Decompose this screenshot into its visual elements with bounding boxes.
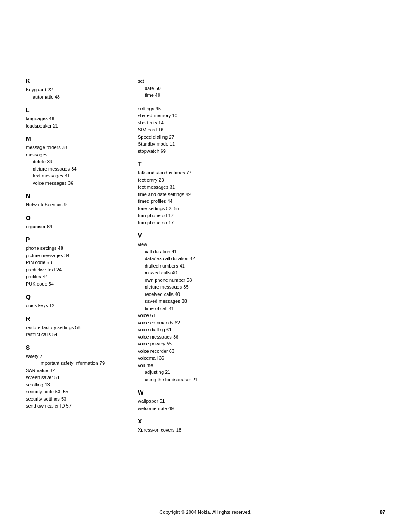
item-welcome-note: welcome note 49 [138,405,385,412]
item-text-messages-t: text messages 31 [138,184,385,191]
item-pin-code: PIN code 53 [26,259,121,266]
item-voicemail: voicemail 36 [138,355,385,362]
footer: Copyright © 2004 Nokia. All rights reser… [0,510,411,515]
item-timed-profiles: timed profiles 44 [138,198,385,205]
letter-v: V [138,232,385,239]
section-n: N Network Services 9 [26,193,121,208]
item-time-of-call: time of call 41 [138,305,385,312]
section-k: K Keyguard 22 automatic 48 [26,78,121,100]
section-t: T talk and standby times 77 text entry 2… [138,161,385,226]
item-voice-recorder: voice recorder 63 [138,348,385,355]
left-column: K Keyguard 22 automatic 48 L languages 4… [26,78,121,440]
section-s-continued: settings 45 shared memory 10 shortcuts 1… [138,105,385,155]
item-sim-card: SIM card 16 [138,126,385,134]
section-m: M message folders 38 messages delete 39 … [26,135,121,187]
item-shortcuts: shortcuts 14 [138,119,385,127]
item-organiser: organiser 64 [26,223,121,230]
item-xpress-on: Xpress-on covers 18 [138,426,385,434]
item-stopwatch: stopwatch 69 [138,148,385,155]
item-profiles: profiles 44 [26,273,121,280]
letter-q: Q [26,293,121,300]
item-standby-mode: Standby mode 11 [138,140,385,148]
item-puk-code: PUK code 54 [26,280,121,288]
copyright-text: Copyright © 2004 Nokia. All rights reser… [159,510,252,515]
letter-n: N [26,193,121,199]
page-number: 87 [380,510,385,515]
item-network-services: Network Services 9 [26,201,121,208]
item-screen-saver: screen saver 51 [26,374,121,381]
section-q: Q quick keys 12 [26,293,121,309]
section-w: W wallpaper 51 welcome note 49 [138,389,385,412]
item-shared-memory: shared memory 10 [138,112,385,119]
item-safety: safety 7 [26,353,121,360]
item-voice-commands: voice commands 62 [138,319,385,327]
section-o: O organiser 64 [26,215,121,230]
letter-m: M [26,135,121,142]
item-datafax-call-duration: data/fax call duration 42 [138,255,385,262]
letter-t: T [138,161,385,168]
item-turn-phone-off: turn phone off 17 [138,212,385,219]
letter-o: O [26,215,121,221]
item-phone-settings: phone settings 48 [26,245,121,252]
item-volume: volume [138,362,385,369]
item-voice: voice 61 [138,312,385,319]
page: K Keyguard 22 automatic 48 L languages 4… [0,0,411,532]
section-set: set date 50 time 49 [138,78,385,99]
item-messages: messages [26,151,121,159]
letter-k: K [26,78,121,84]
item-using-loudspeaker: using the loudspeaker 21 [138,376,385,383]
item-security-code: security code 53, 55 [26,388,121,395]
item-speed-dialling: Speed dialling 27 [138,134,385,141]
item-time: time 49 [138,92,385,99]
item-picture-messages-m: picture messages 34 [26,165,121,173]
item-important-safety: important safety information 79 [26,360,121,367]
item-restrict-calls: restrict calls 54 [26,331,121,338]
item-loudspeaker: loudspeaker 21 [26,122,121,130]
item-languages: languages 48 [26,115,121,122]
item-voice-dialling: voice dialling 61 [138,326,385,333]
item-tone-settings: tone settings 52, 55 [138,205,385,212]
item-call-duration: call duration 41 [138,248,385,255]
item-view: view [138,241,385,248]
item-own-phone-number: own phone number 58 [138,277,385,284]
item-message-folders: message folders 38 [26,144,121,151]
item-delete: delete 39 [26,158,121,165]
item-talk-standby: talk and standby times 77 [138,169,385,177]
item-automatic: automatic 48 [26,93,121,101]
item-dialled-numbers: dialled numbers 41 [138,262,385,270]
item-wallpaper: wallpaper 51 [138,398,385,405]
item-voice-messages-m: voice messages 36 [26,180,121,187]
item-voice-messages-v: voice messages 36 [138,333,385,341]
section-r: R restore factory settings 58 restrict c… [26,315,121,338]
item-date: date 50 [138,85,385,92]
right-column: set date 50 time 49 settings 45 shared m… [138,78,385,440]
item-voice-privacy: voice privacy 55 [138,340,385,348]
item-set: set [138,78,385,85]
item-received-calls: received calls 40 [138,291,385,298]
item-picture-messages-p: picture messages 34 [26,252,121,259]
content-area: K Keyguard 22 automatic 48 L languages 4… [26,17,385,440]
section-s: S safety 7 important safety information … [26,344,121,410]
section-p: P phone settings 48 picture messages 34 … [26,236,121,287]
item-adjusting: adjusting 21 [138,369,385,376]
item-saved-messages: saved messages 38 [138,298,385,305]
item-picture-messages-v: picture messages 35 [138,283,385,291]
item-text-entry: text entry 23 [138,177,385,184]
letter-w: W [138,389,385,396]
letter-p: P [26,236,121,243]
section-l: L languages 48 loudspeaker 21 [26,106,121,129]
section-v: V view call duration 41 data/fax call du… [138,232,385,383]
letter-s: S [26,344,121,351]
item-time-date-settings: time and date settings 49 [138,191,385,198]
letter-l: L [26,106,121,113]
item-security-settings: security settings 53 [26,395,121,403]
item-scrolling: scrolling 13 [26,381,121,389]
item-restore-factory: restore factory settings 58 [26,324,121,331]
item-keyguard: Keyguard 22 [26,86,121,93]
item-missed-calls: missed calls 40 [138,269,385,277]
item-quick-keys: quick keys 12 [26,302,121,309]
letter-x: X [138,418,385,425]
item-turn-phone-on: turn phone on 17 [138,219,385,227]
item-predictive-text: predictive text 24 [26,266,121,274]
item-sar-value: SAR value 82 [26,367,121,374]
